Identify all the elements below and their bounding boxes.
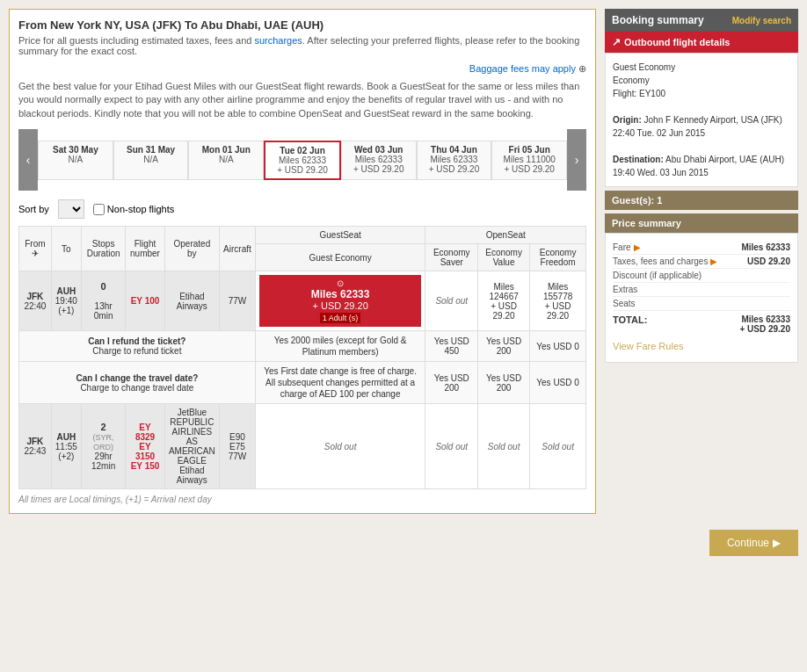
th-openseat: OpenSeat xyxy=(425,227,586,244)
total-row: TOTAL: Miles 62333+ USD 29.20 xyxy=(613,311,790,337)
flight-from-1: JFK22:43 xyxy=(19,404,52,489)
th-aircraft: Aircraft xyxy=(220,227,256,271)
date-cell-6[interactable]: Fri 05 Jun Miles 111000 + USD 29.20 xyxy=(491,141,567,180)
flight-to-1: AUH11:55(+2) xyxy=(51,404,81,489)
outbound-details-box: Guest Economy Economy Flight: EY100 Orig… xyxy=(605,53,798,187)
table-row: JFK22:40AUH19:40(+1)013hr 0minEY 100Etih… xyxy=(19,271,586,331)
continue-bar: Continue ▶ xyxy=(0,523,807,563)
outbound-title: Outbound flight details xyxy=(624,37,730,47)
flight-operated-1: JetBlueREPUBLICAIRLINESASAMERICANEAGLEEt… xyxy=(164,404,219,489)
outbound-origin-label: Origin: John F Kennedy Airport, USA (JFK… xyxy=(613,113,790,126)
flight-economy-value-1: Sold out xyxy=(478,404,530,489)
th-stops: StopsDuration xyxy=(81,227,126,271)
baggage-fees: Baggage fees may apply ⊕ xyxy=(18,63,586,75)
date-cell-0[interactable]: Sat 30 May N/A xyxy=(38,141,113,180)
th-guest-economy: Guest Economy xyxy=(255,244,425,271)
footer-note: All times are Local timings, (+1) = Arri… xyxy=(18,495,586,504)
change-expand-row: Can I change the travel date? Charge to … xyxy=(19,362,586,404)
outbound-flight: Flight: EY100 xyxy=(613,87,790,100)
continue-button[interactable]: Continue ▶ xyxy=(709,530,798,556)
right-panel: Booking summary Modify search ↗ Outbound… xyxy=(605,9,798,514)
taxes-row: Taxes, fees and charges ▶ USD 29.20 xyxy=(613,255,790,269)
date-cell-5[interactable]: Thu 04 Jun Miles 62333 + USD 29.20 xyxy=(417,141,492,180)
extras-row: Extras xyxy=(613,283,790,297)
outbound-type: Economy xyxy=(613,74,790,87)
promo-text: Get the best value for your Etihad Guest… xyxy=(18,80,586,120)
baggage-link[interactable]: Baggage fees may apply xyxy=(469,63,576,74)
flight-numbers-0: EY 100 xyxy=(126,271,164,331)
guests-header: Guest(s): 1 xyxy=(605,191,798,210)
th-economy-freedom: Economy Freedom xyxy=(530,244,586,271)
flight-operated-0: EtihadAirways xyxy=(164,271,219,331)
date-cell-4[interactable]: Wed 03 Jun Miles 62333 + USD 29.20 xyxy=(341,141,417,180)
flight-stops-0: 013hr 0min xyxy=(81,271,126,331)
next-date-button[interactable]: › xyxy=(567,129,586,191)
flight-economy-saver-0: Sold out xyxy=(425,271,478,331)
flight-stops-1: 2(SYR, ORD)29hr 12min xyxy=(81,404,126,489)
page-title: From New York NY, USA (JFK) To Abu Dhabi… xyxy=(18,18,586,32)
th-economy-value: Economy Value xyxy=(478,244,530,271)
th-guestseat: GuestSeat xyxy=(255,227,425,244)
nonstop-checkbox[interactable] xyxy=(93,204,105,215)
price-summary-header: Price summary xyxy=(605,213,798,233)
flight-numbers-1: EY 8329EY 3150EY 150 xyxy=(126,404,164,489)
prev-date-button[interactable]: ‹ xyxy=(18,129,38,191)
price-box: Fare ▶ Miles 62333 Taxes, fees and charg… xyxy=(605,233,798,363)
modify-search-link[interactable]: Modify search xyxy=(732,16,791,25)
outbound-dest-label: Destination: Abu Dhabi Airport, UAE (AUH… xyxy=(613,153,790,166)
flight-economy-freedom-0[interactable]: Miles 155778+ USD 29.20 xyxy=(530,271,586,331)
flight-economy-freedom-1: Sold out xyxy=(530,404,586,489)
sort-bar: Sort by Non-stop flights xyxy=(18,199,586,219)
sort-select[interactable] xyxy=(58,199,84,219)
view-fare-rules-link[interactable]: View Fare Rules xyxy=(613,337,790,355)
th-to: To xyxy=(51,227,81,271)
fare-row: Fare ▶ Miles 62333 xyxy=(613,241,790,255)
taxes-arrow-icon: ▶ xyxy=(710,257,717,266)
flight-to-0: AUH19:40(+1) xyxy=(51,271,81,331)
date-cell-1[interactable]: Sun 31 May N/A xyxy=(113,141,189,180)
booking-summary-header: Booking summary Modify search xyxy=(605,9,798,32)
flight-aircraft-1: E90E7577W xyxy=(220,404,256,489)
table-row: JFK22:43AUH11:55(+2)2(SYR, ORD)29hr 12mi… xyxy=(19,404,586,489)
booking-summary-title: Booking summary xyxy=(612,14,704,26)
discount-row: Discount (if applicable) xyxy=(613,269,790,283)
fare-arrow-icon: ▶ xyxy=(634,242,641,252)
date-cell-3[interactable]: Tue 02 Jun Miles 62333 + USD 29.20 xyxy=(264,141,341,180)
outbound-arrow-icon: ↗ xyxy=(612,36,621,48)
flight-guest-economy-0[interactable]: ⊙Miles 62333+ USD 29.201 Adult (s) xyxy=(255,271,425,331)
flight-guest-economy-1: Sold out xyxy=(255,404,425,489)
subtitle: Price for all guests including estimated… xyxy=(18,35,586,56)
th-flight: Flightnumber xyxy=(126,227,164,271)
outbound-origin-time: 22:40 Tue. 02 Jun 2015 xyxy=(613,126,790,140)
outbound-class: Guest Economy xyxy=(613,61,790,74)
nonstop-label[interactable]: Non-stop flights xyxy=(93,204,174,215)
date-selector: ‹ Sat 30 May N/A Sun 31 May N/A Mon 01 J… xyxy=(18,129,586,191)
th-economy-saver: Economy Saver xyxy=(425,244,478,271)
outbound-dest-time: 19:40 Wed. 03 Jun 2015 xyxy=(613,166,790,179)
outbound-header: ↗ Outbound flight details xyxy=(605,32,798,53)
th-from: From ✈ xyxy=(19,227,52,271)
flight-from-0: JFK22:40 xyxy=(19,271,52,331)
refund-expand-row: Can I refund the ticket? Charge to refun… xyxy=(19,331,586,362)
flight-economy-value-0[interactable]: Miles 124667+ USD 29.20 xyxy=(478,271,530,331)
flight-economy-saver-1: Sold out xyxy=(425,404,478,489)
sort-label: Sort by xyxy=(18,204,49,214)
seats-row: Seats xyxy=(613,297,790,311)
th-operated: Operated by xyxy=(164,227,219,271)
date-cell-2[interactable]: Mon 01 Jun N/A xyxy=(188,141,264,180)
flight-aircraft-0: 77W xyxy=(220,271,256,331)
flight-table: From ✈ To StopsDuration Flightnumber Ope… xyxy=(18,226,586,489)
